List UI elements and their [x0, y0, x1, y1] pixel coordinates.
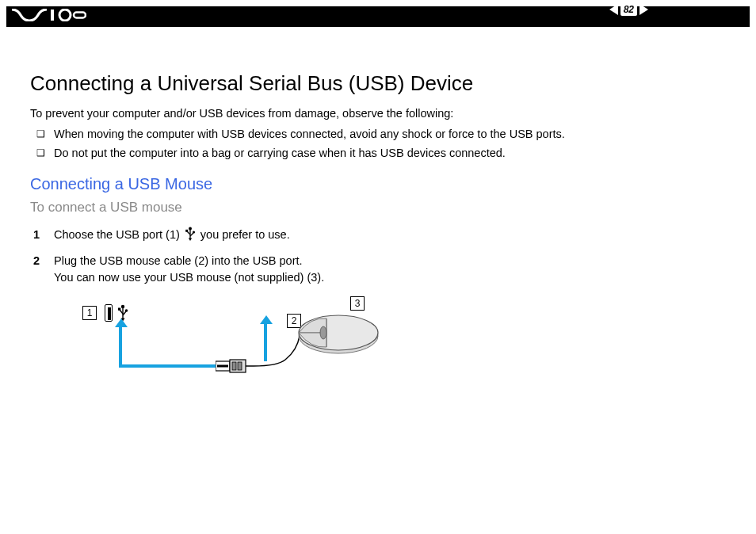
svg-marker-7	[189, 238, 192, 242]
precaution-list: When moving the computer with USB device…	[30, 128, 726, 159]
prev-page-arrow-icon[interactable]	[609, 4, 618, 15]
page-content: Connecting a Universal Serial Bus (USB) …	[30, 71, 726, 391]
page-title: Connecting a Universal Serial Bus (USB) …	[30, 71, 726, 96]
step-list: Choose the USB port (1) you prefer to us…	[30, 227, 726, 285]
svg-rect-2	[74, 13, 86, 18]
step-text-pre: Choose the USB port (1)	[54, 228, 183, 241]
svg-point-1	[59, 10, 71, 21]
mouse-icon	[295, 309, 382, 357]
svg-rect-16	[232, 362, 236, 370]
connection-diagram: 1 2 3	[57, 304, 390, 391]
svg-point-11	[125, 309, 128, 312]
connector-line	[119, 323, 122, 368]
step-item: Plug the USB mouse cable (2) into the US…	[30, 253, 726, 285]
callout-1: 1	[82, 306, 97, 320]
subsection-title: Connecting a USB Mouse	[30, 175, 726, 193]
header-right: 82 Using Peripheral Devices	[563, 6, 745, 27]
task-label: To connect a USB mouse	[30, 200, 726, 216]
next-page-arrow-icon[interactable]	[640, 4, 648, 15]
usb-trident-icon	[185, 227, 196, 245]
list-item: Do not put the computer into a bag or ca…	[30, 147, 726, 159]
svg-point-6	[193, 231, 195, 233]
usb-port-icon	[105, 304, 113, 322]
header-bar: 82 Using Peripheral Devices	[6, 6, 750, 27]
usb-plug-icon	[216, 358, 254, 374]
svg-point-22	[320, 326, 326, 339]
svg-rect-14	[217, 364, 228, 367]
svg-rect-10	[118, 307, 120, 310]
intro-text: To prevent your computer and/or USB devi…	[30, 107, 726, 120]
list-item: When moving the computer with USB device…	[30, 128, 726, 140]
step-text-post: you prefer to use.	[197, 228, 290, 241]
svg-rect-0	[51, 10, 54, 21]
page-number: 82	[620, 3, 637, 16]
vaio-logo	[11, 9, 86, 25]
svg-rect-5	[185, 230, 188, 232]
step-item: Choose the USB port (1) you prefer to us…	[30, 227, 726, 245]
connector-line	[119, 364, 216, 368]
svg-rect-17	[238, 362, 242, 370]
